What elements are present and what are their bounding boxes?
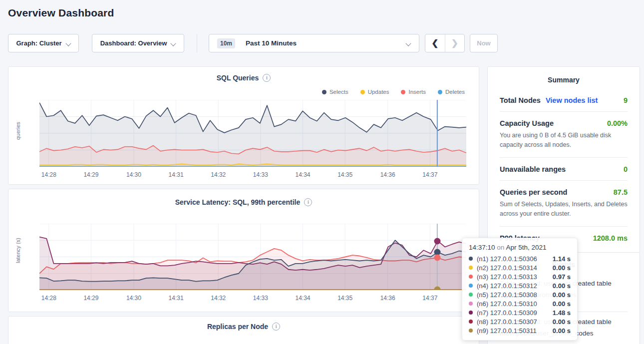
tooltip-timestamp: 14:37:10 on Apr 5th, 2021 xyxy=(469,244,571,251)
legend-item-selects[interactable]: Selects xyxy=(322,89,348,95)
x-tick-label: 14:31 xyxy=(169,171,184,178)
chart-hover-tooltip: 14:37:10 on Apr 5th, 2021 (n1) 127.0.0.1… xyxy=(462,238,578,341)
x-tick-label: 14:34 xyxy=(296,295,311,302)
chart-header: SQL Queries i xyxy=(8,74,479,82)
n9-dot-icon xyxy=(469,329,473,333)
chart-legend: Selects Updates Inserts Deletes xyxy=(322,89,465,95)
replicas-per-node-card: Replicas per Node i xyxy=(8,316,479,344)
unavailable-ranges-label: Unavailable ranges xyxy=(500,165,566,173)
n2-dot-icon xyxy=(469,266,473,270)
chart-title: Replicas per Node xyxy=(207,323,268,331)
chevron-down-icon xyxy=(171,41,176,45)
crosshair-dot-icon xyxy=(434,238,440,244)
legend-item-inserts[interactable]: Inserts xyxy=(401,89,426,95)
time-step-group: ❮ ❯ xyxy=(425,34,465,52)
tooltip-row-n5: (n5) 127.0.0.1:503080.00 s xyxy=(469,290,571,299)
x-tick-label: 14:28 xyxy=(41,295,56,302)
crosshair-dot-icon xyxy=(434,286,440,290)
tooltip-row-n6: (n6) 127.0.0.1:503100.00 s xyxy=(469,299,571,308)
time-range-badge: 10m xyxy=(217,38,235,48)
n4-dot-icon xyxy=(469,284,473,288)
info-icon[interactable]: i xyxy=(263,74,271,82)
x-tick-label: 14:29 xyxy=(83,295,98,302)
n5-dot-icon xyxy=(469,293,473,297)
x-tick-label: 14:35 xyxy=(337,171,352,178)
x-tick-label: 14:31 xyxy=(169,295,184,302)
updates-dot-icon xyxy=(360,90,365,94)
dashboard-dropdown-label: Dashboard: Overview xyxy=(100,39,167,47)
x-tick-label: 14:37 xyxy=(422,171,437,178)
y-axis-label: latency (s) xyxy=(15,256,21,263)
chart-header: Service Latency: SQL, 99th percentile i xyxy=(8,198,479,206)
capacity-usage-desc: You are using 0 B of 4.5 GiB usable disk… xyxy=(500,131,628,150)
sql-queries-plot[interactable]: 0306090120 queries 14:2814:2914:3014:311… xyxy=(16,100,479,180)
y-axis-label: queries xyxy=(15,133,21,140)
n3-dot-icon xyxy=(469,275,473,279)
selects-dot-icon xyxy=(322,90,326,94)
x-tick-label: 14:32 xyxy=(211,295,226,302)
now-button[interactable]: Now xyxy=(470,34,498,52)
legend-item-updates[interactable]: Updates xyxy=(360,89,389,95)
service-latency-plot[interactable]: 0.00.51.01.52.0 latency (s) 14:2814:2914… xyxy=(16,224,479,304)
n7-dot-icon xyxy=(469,311,473,315)
x-tick-label: 14:33 xyxy=(253,295,268,302)
queries-per-second-desc: Sum of Selects, Updates, Inserts, and De… xyxy=(500,200,628,219)
p99-latency-value: 1208.0 ms xyxy=(593,234,628,242)
time-next-button[interactable]: ❯ xyxy=(445,34,465,52)
capacity-usage-value: 0.00% xyxy=(607,119,628,127)
inserts-dot-icon xyxy=(401,90,405,94)
info-icon[interactable]: i xyxy=(304,198,312,206)
page-title: Overview Dashboard xyxy=(8,7,114,19)
chevron-down-icon xyxy=(66,41,71,45)
chart-header: Replicas per Node i xyxy=(8,323,479,331)
time-prev-button[interactable]: ❮ xyxy=(425,34,445,52)
info-icon[interactable]: i xyxy=(272,323,280,331)
crosshair-dot-icon xyxy=(434,255,440,261)
unavailable-ranges-value: 0 xyxy=(624,165,628,173)
summary-row-total-nodes: Total Nodes View nodes list 9 xyxy=(500,89,628,112)
total-nodes-value: 9 xyxy=(624,96,628,104)
chart-title: Service Latency: SQL, 99th percentile xyxy=(175,198,301,206)
tooltip-row-n8: (n8) 127.0.0.1:503070.00 s xyxy=(469,317,571,326)
x-tick-label: 14:30 xyxy=(126,295,141,302)
graph-dropdown-label: Graph: Cluster xyxy=(16,39,61,47)
x-tick-label: 14:29 xyxy=(83,171,98,178)
legend-item-deletes[interactable]: Deletes xyxy=(438,89,465,95)
dashboard-dropdown[interactable]: Dashboard: Overview xyxy=(92,34,184,52)
now-button-label: Now xyxy=(477,39,490,47)
n6-dot-icon xyxy=(469,302,473,306)
chart-title: SQL Queries xyxy=(217,74,259,82)
summary-row-qps: Queries per second 87.5 Sum of Selects, … xyxy=(500,181,628,227)
x-tick-label: 14:35 xyxy=(337,295,352,302)
x-tick-label: 14:34 xyxy=(296,171,311,178)
x-tick-label: 14:36 xyxy=(380,171,395,178)
time-range-label: Past 10 Minutes xyxy=(246,39,297,47)
controls-divider xyxy=(197,34,197,52)
summary-row-capacity: Capacity Usage 0.00% You are using 0 B o… xyxy=(500,112,628,158)
summary-row-unavailable: Unavailable ranges 0 xyxy=(500,158,628,181)
tooltip-row-n9: (n9) 127.0.0.1:503110.00 s xyxy=(469,326,571,335)
view-nodes-list-link[interactable]: View nodes list xyxy=(546,96,598,104)
n1-dot-icon xyxy=(469,257,473,261)
chevron-down-icon xyxy=(406,41,411,45)
graph-dropdown[interactable]: Graph: Cluster xyxy=(8,34,79,52)
tooltip-row-n2: (n2) 127.0.0.1:503140.00 s xyxy=(469,263,571,272)
service-latency-card: Service Latency: SQL, 99th percentile i … xyxy=(8,189,479,312)
tooltip-row-n4: (n4) 127.0.0.1:503120.00 s xyxy=(469,281,571,290)
x-tick-label: 14:30 xyxy=(126,171,141,178)
x-tick-label: 14:33 xyxy=(253,171,268,178)
time-range-dropdown[interactable]: 10m Past 10 Minutes xyxy=(209,34,419,52)
x-tick-label: 14:28 xyxy=(41,171,56,178)
x-tick-label: 14:32 xyxy=(211,171,226,178)
n8-dot-icon xyxy=(469,320,473,324)
x-tick-label: 14:37 xyxy=(422,295,437,302)
tooltip-row-n1: (n1) 127.0.0.1:503061.14 s xyxy=(469,254,571,263)
tooltip-row-n7: (n7) 127.0.0.1:503091.48 s xyxy=(469,308,571,317)
deletes-dot-icon xyxy=(438,90,442,94)
queries-per-second-label: Queries per second xyxy=(500,188,567,196)
summary-panel: Summary Total Nodes View nodes list 9 Ca… xyxy=(487,66,640,253)
queries-per-second-value: 87.5 xyxy=(614,188,628,196)
summary-title: Summary xyxy=(500,76,628,84)
total-nodes-label: Total Nodes xyxy=(500,96,541,104)
x-tick-label: 14:36 xyxy=(380,295,395,302)
